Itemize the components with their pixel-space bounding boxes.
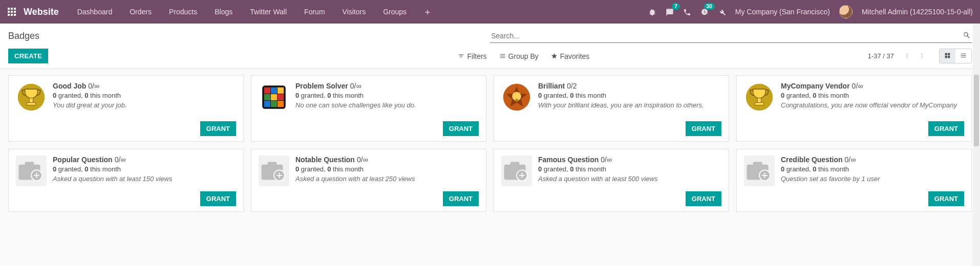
badge-card[interactable]: MyCompany Vendor0/∞ 0 granted, 0 this mo… <box>736 75 972 142</box>
menu-twitter-wall[interactable]: Twitter Wall <box>243 2 294 22</box>
badge-card[interactable]: Credible Question0/∞ 0 granted, 0 this m… <box>736 149 972 212</box>
badge-stats: 0 granted, 0 this month <box>53 92 236 99</box>
company-switcher[interactable]: My Company (San Francisco) <box>735 8 830 16</box>
badge-description: Question set as favorite by 1 user <box>781 174 964 184</box>
badge-title: Notable Question <box>295 156 355 164</box>
search-options: Filters Group By Favorites <box>458 52 867 60</box>
search-icon[interactable] <box>963 31 971 40</box>
badge-card[interactable]: Brilliant0/2 0 granted, 0 this month Wit… <box>494 75 729 142</box>
menu-products[interactable]: Products <box>162 2 204 22</box>
grant-button[interactable]: GRANT <box>686 191 721 206</box>
pager-prev[interactable]: 〈 <box>899 50 912 63</box>
pager-value[interactable]: 1-37 / 37 <box>868 52 894 60</box>
badge-description: You did great at your job. <box>53 101 236 110</box>
systray: 7 30 My Company (San Francisco) Mitchell… <box>648 5 973 18</box>
groupby-menu[interactable]: Group By <box>499 52 539 60</box>
filters-menu[interactable]: Filters <box>458 52 486 60</box>
search-input[interactable] <box>491 32 963 40</box>
grant-button[interactable]: GRANT <box>928 121 964 136</box>
filters-label: Filters <box>467 52 486 60</box>
app-brand[interactable]: Website <box>24 7 59 17</box>
badge-title: MyCompany Vendor <box>781 82 850 90</box>
menu-groups[interactable]: Groups <box>376 2 414 22</box>
grant-button[interactable]: GRANT <box>928 191 964 206</box>
messaging-icon[interactable]: 7 <box>666 7 674 16</box>
tools-icon[interactable] <box>718 7 726 16</box>
pager: 1-37 / 37 〈 〉 <box>868 50 930 63</box>
badge-stats: 0 granted, 0 this month <box>538 165 721 173</box>
user-menu[interactable]: Mitchell Admin (14225100-15-0-all) <box>862 8 973 16</box>
badge-title: Brilliant <box>538 82 565 90</box>
badge-description: With your brilliant ideas, you are an in… <box>538 101 721 110</box>
badge-card[interactable]: Famous Question0/∞ 0 granted, 0 this mon… <box>494 149 729 212</box>
badge-title: Famous Question <box>538 156 599 164</box>
badge-title: Good Job <box>53 82 86 90</box>
new-content-icon[interactable]: ＋ <box>418 6 437 18</box>
badge-stats: 0 granted, 0 this month <box>295 165 479 173</box>
badge-image <box>501 82 532 113</box>
main-menu: Dashboard Orders Products Blogs Twitter … <box>70 2 414 22</box>
kanban-view: Good Job0/∞ 0 granted, 0 this month You … <box>0 69 980 220</box>
badge-card[interactable]: Popular Question0/∞ 0 granted, 0 this mo… <box>8 149 244 212</box>
badge-limit: 0/∞ <box>357 156 368 164</box>
menu-forum[interactable]: Forum <box>297 2 332 22</box>
avatar[interactable] <box>839 5 853 18</box>
badge-image <box>744 156 775 186</box>
badge-stats: 0 granted, 0 this month <box>295 92 479 99</box>
badge-limit: 0/∞ <box>845 156 856 164</box>
apps-icon[interactable] <box>7 7 16 16</box>
control-panel: Badges CREATE Filters Group By Favorites… <box>0 24 980 69</box>
grant-button[interactable]: GRANT <box>443 191 479 206</box>
badge-limit: 0/∞ <box>88 82 99 90</box>
badge-title: Popular Question <box>53 156 113 164</box>
badge-limit: 0/∞ <box>115 156 126 164</box>
badge-image <box>501 156 532 186</box>
badge-description: Asked a question with at least 500 views <box>538 174 721 184</box>
badge-stats: 0 granted, 0 this month <box>538 92 721 99</box>
menu-orders[interactable]: Orders <box>122 2 159 22</box>
badge-card[interactable]: Notable Question0/∞ 0 granted, 0 this mo… <box>251 149 486 212</box>
grant-button[interactable]: GRANT <box>686 121 721 136</box>
scrollbar-track[interactable] <box>973 24 980 220</box>
badge-limit: 0/∞ <box>350 82 361 90</box>
grant-button[interactable]: GRANT <box>443 121 479 136</box>
top-nav: Website Dashboard Orders Products Blogs … <box>0 0 980 24</box>
groupby-label: Group By <box>508 52 539 60</box>
badge-image <box>259 156 289 186</box>
badge-image <box>16 82 47 113</box>
badge-description: Asked a question with at least 250 views <box>295 174 479 184</box>
grant-button[interactable]: GRANT <box>200 121 236 136</box>
badge-description: Congratulations, you are now official ve… <box>781 101 964 110</box>
badge-stats: 0 granted, 0 this month <box>53 165 236 173</box>
activities-badge: 30 <box>704 3 715 10</box>
menu-visitors[interactable]: Visitors <box>335 2 373 22</box>
view-kanban-button[interactable] <box>940 49 955 63</box>
grant-button[interactable]: GRANT <box>200 191 236 206</box>
bug-icon[interactable] <box>648 7 656 16</box>
badge-title: Credible Question <box>781 156 843 164</box>
badge-image <box>259 82 289 113</box>
badge-stats: 0 granted, 0 this month <box>781 165 964 173</box>
badge-card[interactable]: Good Job0/∞ 0 granted, 0 this month You … <box>8 75 244 142</box>
badge-image <box>744 82 775 113</box>
create-button[interactable]: CREATE <box>8 49 48 63</box>
badge-image <box>16 156 47 186</box>
badge-description: Asked a question with at least 150 views <box>53 174 236 184</box>
favorites-menu[interactable]: Favorites <box>551 52 590 60</box>
search-bar[interactable] <box>490 29 972 43</box>
view-list-button[interactable] <box>955 49 971 63</box>
badge-limit: 0/∞ <box>601 156 612 164</box>
badge-limit: 0/∞ <box>852 82 863 90</box>
scrollbar-thumb[interactable] <box>974 75 979 146</box>
activities-icon[interactable]: 30 <box>700 7 709 16</box>
badge-title: Problem Solver <box>295 82 348 90</box>
view-switcher <box>939 49 972 63</box>
menu-dashboard[interactable]: Dashboard <box>70 2 120 22</box>
favorites-label: Favorites <box>560 52 590 60</box>
phone-icon[interactable] <box>683 7 691 16</box>
badge-description: No one can solve challenges like you do. <box>295 101 479 110</box>
messaging-badge: 7 <box>672 3 680 10</box>
menu-blogs[interactable]: Blogs <box>207 2 240 22</box>
pager-next[interactable]: 〉 <box>917 50 930 63</box>
badge-card[interactable]: Problem Solver0/∞ 0 granted, 0 this mont… <box>251 75 486 142</box>
